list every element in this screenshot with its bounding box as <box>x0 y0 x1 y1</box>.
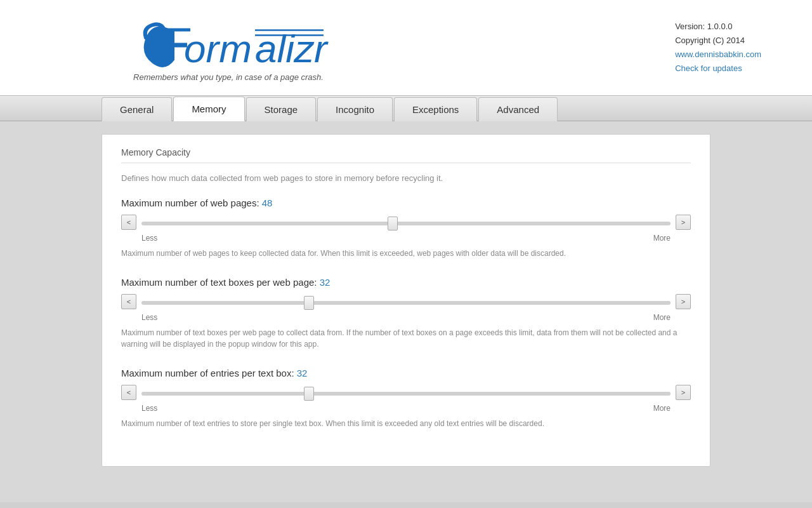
copyright-text: Copyright (C) 2014 <box>675 34 761 48</box>
slider-less-btn-max_textboxes[interactable]: < <box>121 294 136 309</box>
app-logo: orm alizr <box>127 14 330 77</box>
slider-less-btn-max_entries[interactable]: < <box>121 385 136 400</box>
tab-bar: GeneralMemoryStorageIncognitoExceptionsA… <box>102 96 710 121</box>
slider-more-btn-max_pages[interactable]: > <box>676 215 691 230</box>
setting-label-max_pages: Maximum number of web pages: 48 <box>121 197 691 208</box>
version-text: Version: 1.0.0.0 <box>675 20 761 34</box>
slider-input-max_entries[interactable] <box>141 392 671 396</box>
setting-block-max_textboxes: Maximum number of text boxes per web pag… <box>121 277 691 350</box>
slider-row-max_entries: <> <box>121 385 691 400</box>
slider-input-max_pages[interactable] <box>141 222 671 225</box>
slider-less-btn-max_pages[interactable]: < <box>121 215 136 230</box>
app-tagline: Remembers what you type, in case of a pa… <box>133 72 324 82</box>
setting-block-max_entries: Maximum number of entries per text box: … <box>121 368 691 429</box>
more-label: More <box>653 404 671 413</box>
section-description: Defines how much data collected from web… <box>121 172 691 185</box>
tab-memory[interactable]: Memory <box>173 97 244 121</box>
less-label: Less <box>141 313 157 322</box>
settings-container: Maximum number of web pages: 48<> Less M… <box>121 197 691 429</box>
tab-advanced[interactable]: Advanced <box>478 97 558 121</box>
more-label: More <box>653 234 671 243</box>
setting-value-max_entries: 32 <box>297 368 308 378</box>
logo-area: orm alizr Remembers what you type, in ca… <box>127 14 330 82</box>
header: orm alizr Remembers what you type, in ca… <box>0 0 812 95</box>
setting-value-max_textboxes: 32 <box>320 277 331 288</box>
tab-bar-wrapper: GeneralMemoryStorageIncognitoExceptionsA… <box>0 95 812 121</box>
content-panel: Memory Capacity Defines how much data co… <box>102 134 710 467</box>
less-label: Less <box>141 234 157 243</box>
slider-row-max_textboxes: <> <box>121 294 691 309</box>
tab-storage[interactable]: Storage <box>246 97 317 121</box>
slider-labels-max_textboxes: Less More <box>121 313 691 322</box>
setting-value-max_pages: 48 <box>262 197 273 208</box>
slider-input-max_textboxes[interactable] <box>141 301 671 305</box>
setting-description-max_pages: Maximum number of web pages to keep coll… <box>121 248 691 259</box>
setting-description-max_entries: Maximum number of text entries to store … <box>121 418 691 429</box>
less-label: Less <box>141 404 157 413</box>
slider-row-max_pages: <> <box>121 215 691 230</box>
setting-description-max_textboxes: Maximum number of text boxes per web pag… <box>121 327 691 350</box>
tab-general[interactable]: General <box>102 97 172 121</box>
website-link[interactable]: www.dennisbabkin.com <box>675 50 761 59</box>
main-content: Memory Capacity Defines how much data co… <box>0 121 812 502</box>
more-label: More <box>653 313 671 322</box>
slider-more-btn-max_entries[interactable]: > <box>676 385 691 400</box>
slider-labels-max_entries: Less More <box>121 404 691 413</box>
tab-incognito[interactable]: Incognito <box>317 97 393 121</box>
tab-exceptions[interactable]: Exceptions <box>394 97 477 121</box>
svg-text:alizr: alizr <box>255 26 329 70</box>
svg-text:orm: orm <box>184 26 252 70</box>
check-updates-link[interactable]: Check for updates <box>675 64 742 73</box>
slider-labels-max_pages: Less More <box>121 234 691 243</box>
slider-more-btn-max_textboxes[interactable]: > <box>676 294 691 309</box>
version-area: Version: 1.0.0.0 Copyright (C) 2014 www.… <box>675 20 761 76</box>
setting-label-max_entries: Maximum number of entries per text box: … <box>121 368 691 378</box>
setting-block-max_pages: Maximum number of web pages: 48<> Less M… <box>121 197 691 259</box>
setting-label-max_textboxes: Maximum number of text boxes per web pag… <box>121 277 691 288</box>
section-title: Memory Capacity <box>121 147 691 163</box>
